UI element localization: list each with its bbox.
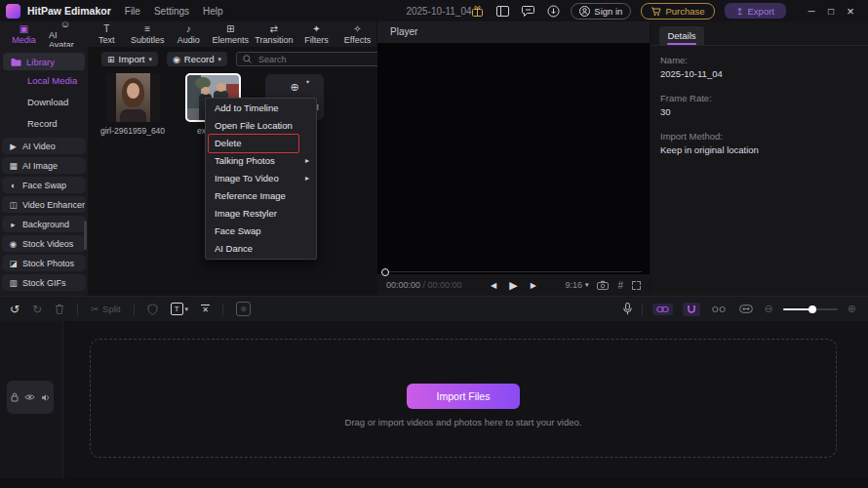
tab-effects[interactable]: ✧ Effects	[338, 23, 376, 45]
snapshot-icon[interactable]	[597, 280, 609, 290]
download-icon[interactable]	[545, 3, 561, 19]
sidebar-item-stock-gifs[interactable]: ▥ Stock GIFs	[2, 274, 86, 291]
tab-transition[interactable]: ⇄ Transition	[254, 23, 295, 45]
sidebar-item-video-enhancer[interactable]: ◫ Video Enhancer	[2, 196, 86, 213]
export-arrow-icon: ↥	[736, 6, 744, 17]
mute-speaker-icon[interactable]	[41, 393, 51, 402]
menu-item-ai-dance[interactable]: AI Dance	[206, 240, 316, 258]
eye-visibility-icon[interactable]	[24, 393, 35, 401]
timeline-zoom-out-icon[interactable]: ⊖	[765, 303, 773, 315]
sidebar-item-ai-video[interactable]: ▶ AI Video	[2, 138, 86, 154]
aspect-ratio-dropdown[interactable]: 9:16▾	[565, 280, 588, 290]
feedback-icon[interactable]	[520, 3, 535, 19]
close-gaps-icon[interactable]: ✕	[201, 305, 210, 313]
media-item-name: girl-2961959_640	[95, 126, 171, 136]
split-button[interactable]: ✂ Split	[91, 304, 120, 314]
timeline-dropzone[interactable]: Import Files Drag or import videos and p…	[90, 339, 837, 458]
unlink-clips-icon[interactable]	[710, 304, 728, 315]
trash-icon[interactable]	[55, 304, 64, 314]
tab-media[interactable]: ▣ Media	[5, 23, 43, 45]
magnet-snap-icon[interactable]	[683, 303, 700, 316]
sidebar-item-ai-image[interactable]: ▦ AI Image	[2, 157, 86, 174]
lock-icon[interactable]	[11, 392, 19, 402]
menu-settings[interactable]: Settings	[154, 6, 189, 17]
menu-item-image-to-video[interactable]: Image To Video▸	[206, 170, 316, 187]
sidebar-scrollbar[interactable]	[84, 221, 87, 250]
voiceover-mic-icon[interactable]	[623, 303, 632, 315]
divider	[77, 304, 78, 315]
player-panel: Player 00:00:00 / 00:00:00 ◀ ▶ ▶ 9:16▾ #	[377, 21, 650, 296]
import-dropdown-button[interactable]: ⊞ Import ▾	[101, 52, 158, 66]
next-frame-icon[interactable]: ▶	[531, 281, 536, 290]
purchase-label: Purchase	[665, 6, 704, 17]
sidebar-item-stock-videos[interactable]: ◉ Stock Videos	[2, 235, 86, 252]
track-controls	[7, 381, 54, 414]
menu-item-reference-image[interactable]: Reference Image	[206, 187, 316, 205]
ai-generate-icon: ⊕	[290, 81, 298, 94]
tab-ai-avatar[interactable]: ☺ AI Avatar	[46, 19, 85, 50]
grid-overlay-icon[interactable]: #	[617, 280, 623, 291]
tab-audio[interactable]: ♪ Audio	[170, 23, 208, 45]
sidebar-item-library[interactable]: Library	[3, 53, 85, 70]
divider	[134, 304, 135, 315]
seek-bar[interactable]	[385, 271, 642, 272]
menu-file[interactable]: File	[125, 6, 140, 17]
search-box[interactable]	[236, 52, 381, 66]
zoom-to-fit-icon[interactable]: ⊕	[236, 302, 251, 316]
sidebar-item-stock-photos[interactable]: ◪ Stock Photos	[2, 255, 86, 271]
cart-icon	[651, 6, 661, 17]
sparkle-icon: ✦	[305, 78, 310, 85]
link-clips-icon[interactable]	[652, 304, 673, 315]
purchase-button[interactable]: Purchase	[641, 3, 714, 20]
sidebar-item-local-media[interactable]: Local Media	[0, 70, 88, 92]
close-icon[interactable]: ×	[841, 0, 860, 21]
slider-handle[interactable]	[809, 305, 816, 313]
import-files-button[interactable]: Import Files	[407, 384, 520, 409]
redo-icon[interactable]: ↻	[32, 303, 42, 316]
maximize-icon[interactable]: □	[821, 0, 841, 21]
menu-item-add-to-timeline[interactable]: Add to Timeline	[206, 100, 316, 117]
effects-icon: ✧	[353, 23, 361, 34]
ai-video-icon: ▶	[9, 142, 18, 151]
audio-icon: ♪	[186, 23, 191, 34]
menu-item-talking-photos[interactable]: Talking Photos▸	[206, 152, 316, 170]
tab-subtitles[interactable]: ≡ Subtitles	[129, 23, 167, 45]
menu-item-delete[interactable]: Delete	[206, 135, 316, 152]
layout-panels-icon[interactable]	[494, 3, 510, 19]
menu-item-face-swap[interactable]: Face Swap	[206, 223, 316, 240]
menu-item-open-file-location[interactable]: Open File Location	[206, 117, 316, 135]
folder-icon	[11, 58, 21, 66]
sidebar-item-record[interactable]: Record	[0, 113, 88, 135]
sidebar-item-download[interactable]: Download	[0, 92, 88, 113]
timeline-zoom-in-icon[interactable]: ⊕	[848, 303, 856, 315]
timeline-zoom-slider[interactable]	[783, 305, 838, 314]
menu-item-image-restyler[interactable]: Image Restyler	[206, 205, 316, 223]
track-header-column	[0, 321, 63, 478]
text-tool-button[interactable]: T ▾	[171, 303, 189, 315]
search-input[interactable]	[256, 54, 375, 65]
stock-photos-icon: ◪	[9, 259, 18, 268]
fullscreen-icon[interactable]	[632, 281, 641, 290]
mask-shield-icon[interactable]	[147, 304, 158, 315]
app-logo-icon	[6, 4, 20, 19]
auto-ripple-icon[interactable]	[737, 303, 755, 315]
previous-frame-icon[interactable]: ◀	[491, 281, 496, 290]
media-item-girl[interactable]: girl-2961959_640	[105, 73, 160, 136]
tab-text[interactable]: T Text	[88, 23, 126, 45]
record-dropdown-button[interactable]: ◉ Record ▾	[167, 52, 227, 66]
export-button[interactable]: ↥ Export	[725, 3, 786, 19]
media-thumbnail[interactable]	[106, 73, 160, 122]
tab-filters[interactable]: ✦ Filters	[297, 23, 335, 45]
tab-elements[interactable]: ⊞ Elements	[211, 23, 251, 45]
sidebar-item-face-swap[interactable]: ◐ Face Swap	[2, 177, 86, 193]
elements-icon: ⊞	[226, 23, 234, 34]
menu-help[interactable]: Help	[203, 6, 223, 17]
sign-in-button[interactable]: Sign in	[571, 3, 631, 20]
play-icon[interactable]: ▶	[509, 279, 517, 292]
undo-icon[interactable]: ↺	[10, 303, 20, 316]
sidebar-item-background[interactable]: ▸ Background	[2, 216, 86, 232]
gift-icon[interactable]	[469, 3, 485, 19]
media-sidebar: Library Local Media Download Record ▶ AI…	[0, 47, 88, 296]
minimize-icon[interactable]: ─	[802, 0, 821, 21]
stock-gifs-icon: ▥	[9, 278, 18, 288]
